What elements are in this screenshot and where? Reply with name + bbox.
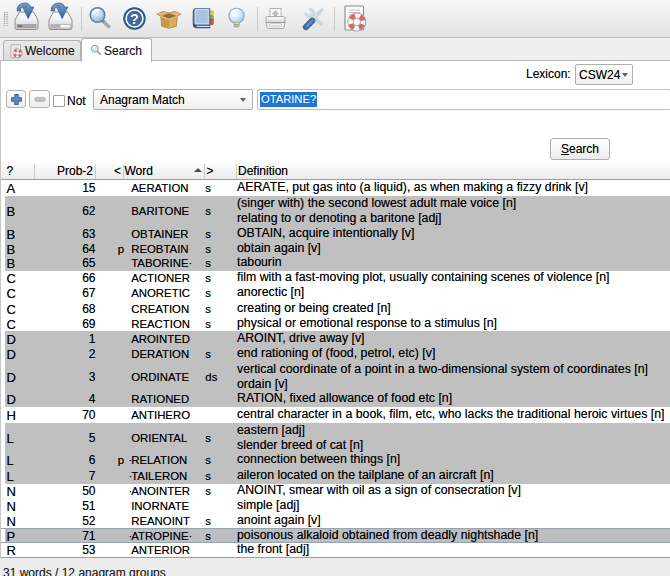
svg-text:?: ? xyxy=(130,11,139,27)
